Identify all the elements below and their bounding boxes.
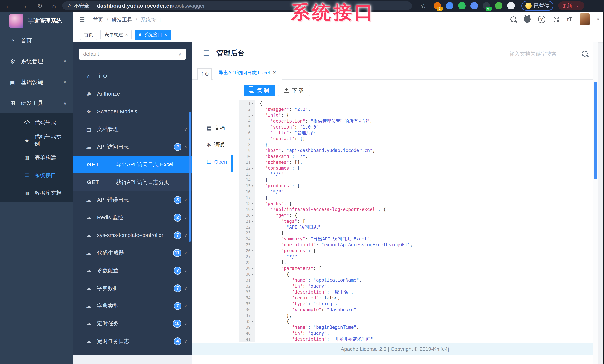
extension-badge: cn <box>486 7 492 11</box>
swagger-menu-Swagger Models[interactable]: ❖Swagger Models <box>73 103 192 120</box>
operation-count-badge: 4 <box>174 337 181 345</box>
github-icon[interactable] <box>524 16 530 23</box>
json-code-editor[interactable]: 1▾{2 "swagger": "2.0",3▾ "info": {4 "des… <box>239 100 593 343</box>
doc-nav-Open[interactable]: ❏Open <box>207 159 227 165</box>
swagger-menu-API 访问日志[interactable]: ☁API 访问日志2∧ <box>73 138 192 156</box>
swagger-menu-API 错误日志[interactable]: ☁API 错误日志3∨ <box>73 191 192 209</box>
user-avatar[interactable] <box>580 13 590 25</box>
swagger-menu-代码生成器[interactable]: ☁代码生成器11∨ <box>73 244 192 262</box>
sidebar-menu: ◔首页⚙系统管理∨▣基础设施∨⊞研发工具∧ <box>0 30 73 113</box>
line-number: 10 <box>239 153 255 159</box>
copy-button[interactable]: 复 制 <box>244 85 275 96</box>
close-icon[interactable]: × <box>164 32 167 38</box>
sidebar-subitem-代码生成[interactable]: </>代码生成 <box>0 113 73 131</box>
fullscreen-icon[interactable] <box>553 16 560 23</box>
avatar-caret-icon[interactable]: ▾ <box>597 17 599 22</box>
line-number: 21▾ <box>239 218 255 224</box>
sidebar-item-首页[interactable]: ◔首页 <box>0 30 73 51</box>
swagger-menu-参数配置[interactable]: ☁参数配置7∨ <box>73 262 192 279</box>
ext-blue-grid-icon[interactable] <box>470 2 478 10</box>
line-number: 40 <box>239 330 255 336</box>
code-line: 32 "in": "query", <box>239 283 593 289</box>
api-group-select[interactable]: default ∨ <box>79 49 186 60</box>
update-label: 更新 <box>562 2 572 9</box>
page-scrollbar-track[interactable] <box>593 42 598 364</box>
sidebar-subitem-表单构建[interactable]: ▦表单构建 <box>0 149 73 166</box>
api-operation-获得API 访问日志分页[interactable]: GET获得API 访问日志分页 <box>73 173 192 191</box>
code-text: "schemes": [], <box>255 160 302 165</box>
close-icon[interactable]: × <box>125 32 128 38</box>
help-icon[interactable]: ? <box>538 16 545 23</box>
download-button[interactable]: 下 载 <box>278 85 310 96</box>
ext-green-check-icon[interactable] <box>458 2 466 10</box>
swagger-menu-文档管理[interactable]: ▤文档管理∨ <box>73 120 192 138</box>
home-icon[interactable]: ⌂ <box>52 3 56 9</box>
code-text: "tags": [ <box>255 219 305 224</box>
page-scrollbar-thumb[interactable] <box>594 82 597 179</box>
search-icon[interactable] <box>510 16 516 22</box>
swagger-menu-定时任务[interactable]: ☁定时任务10∨ <box>73 315 192 332</box>
ext-blue-pin-icon[interactable] <box>446 2 453 10</box>
doc-nav-label: 调试 <box>214 141 225 149</box>
fold-caret-icon[interactable]: ▾ <box>251 208 254 211</box>
sidebar-item-基础设施[interactable]: ▣基础设施∨ <box>0 72 73 93</box>
swagger-menu-字典数据[interactable]: ☁字典数据7∨ <box>73 279 192 297</box>
ext-translate-icon[interactable]: cn <box>483 2 490 10</box>
ext-orange-ring-icon[interactable]: 1 <box>434 2 441 10</box>
breadcrumb-item[interactable]: 研发工具 <box>112 16 132 24</box>
doc-tab-导出API 访问日志 Excel[interactable]: 导出API 访问日志 ExcelX <box>213 66 282 80</box>
kebab-menu-icon[interactable]: ⋮ <box>575 3 580 9</box>
swagger-menu-定时任务日志[interactable]: ☁定时任务日志4∨ <box>73 332 192 350</box>
fold-caret-icon[interactable]: ▾ <box>251 166 254 170</box>
fold-caret-icon[interactable]: ▾ <box>251 184 254 188</box>
doc-search-input[interactable] <box>509 51 575 57</box>
fold-caret-icon[interactable]: ▾ <box>251 267 254 270</box>
doc-nav-调试[interactable]: ✱调试 <box>207 141 225 149</box>
paused-extension-button[interactable]: 已暂停 <box>521 1 554 11</box>
doc-tab-主页[interactable]: 主页 <box>198 68 212 80</box>
swagger-menu-label: 定时任务日志 <box>97 338 129 345</box>
api-operation-导出API 访问日志 Excel[interactable]: GET导出API 访问日志 Excel <box>73 156 192 173</box>
fold-caret-icon[interactable]: ▾ <box>251 320 254 323</box>
fold-caret-icon[interactable]: ▾ <box>251 220 254 223</box>
fold-caret-icon[interactable]: ▾ <box>251 214 254 217</box>
sidebar-subitem-代码生成示例[interactable]: ◈代码生成示例 <box>0 131 73 149</box>
font-size-icon[interactable]: tT <box>567 16 572 23</box>
sidebar-subitem-数据库文档[interactable]: ▥数据库文档 <box>0 184 73 202</box>
code-line: 31 "name": "applicationName", <box>239 277 593 283</box>
fold-caret-icon[interactable]: ▾ <box>251 113 254 117</box>
collapse-sidebar-icon[interactable]: ☰ <box>79 16 85 24</box>
reload-icon[interactable]: ↻ <box>37 3 43 9</box>
browser-update-button[interactable]: 更新 ⋮ <box>558 1 584 10</box>
fold-caret-icon[interactable]: ▾ <box>251 202 254 205</box>
sidebar-item-研发工具[interactable]: ⊞研发工具∧ <box>0 93 73 113</box>
swagger-menu-sys-sms-template-controller[interactable]: ☁sys-sms-template-controller7∨ <box>73 226 192 244</box>
view-tag-首页[interactable]: 首页 <box>80 30 97 40</box>
swagger-menu-Authorize[interactable]: ◉Authorize <box>73 85 192 103</box>
swagger-menu-主页[interactable]: ⌂主页 <box>73 67 192 85</box>
sidebar-scrollbar[interactable] <box>189 112 191 242</box>
bookmark-star-icon[interactable]: ☆ <box>420 2 426 10</box>
fold-caret-icon[interactable]: ▾ <box>251 249 254 252</box>
forward-icon[interactable]: → <box>21 3 27 9</box>
ext-green-leaf-icon[interactable] <box>495 2 503 10</box>
doc-nav-文档[interactable]: ▤文档 <box>207 125 225 132</box>
view-tag-系统接口[interactable]: 系统接口× <box>135 30 171 40</box>
line-number: 14 <box>239 177 255 183</box>
back-icon[interactable]: ← <box>5 3 12 9</box>
close-icon[interactable]: X <box>273 70 276 76</box>
fold-caret-icon[interactable]: ▾ <box>251 102 254 105</box>
swagger-menu-Redis 监控[interactable]: ☁Redis 监控2∨ <box>73 209 192 226</box>
doc-search-icon[interactable] <box>582 50 588 57</box>
swagger-menu-label: 字典数据 <box>97 285 119 292</box>
doc-search-field[interactable] <box>509 49 575 59</box>
view-tag-表单构建[interactable]: 表单构建× <box>101 30 132 40</box>
swagger-menu-岗位[interactable]: ☁岗位7∨ <box>73 350 192 355</box>
ext-white-star-icon[interactable] <box>507 2 515 10</box>
sidebar-item-系统管理[interactable]: ⚙系统管理∨ <box>0 51 73 72</box>
doc-manage-icon: ▤ <box>84 126 93 132</box>
swagger-menu-字典类型[interactable]: ☁字典类型7∨ <box>73 297 192 315</box>
sidebar-subitem-系统接口[interactable]: ☰系统接口 <box>0 166 73 184</box>
fold-caret-icon[interactable]: ▾ <box>251 273 254 276</box>
breadcrumb-item[interactable]: 首页 <box>93 16 103 24</box>
